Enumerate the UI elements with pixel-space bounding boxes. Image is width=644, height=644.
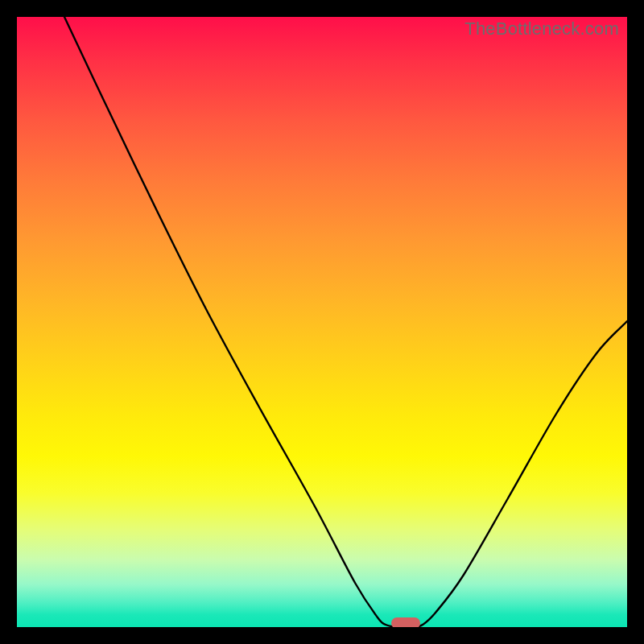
plot-area: TheBottleneck.com: [17, 17, 627, 627]
chart-frame: TheBottleneck.com: [0, 0, 644, 644]
bottleneck-curve: [17, 17, 627, 627]
optimum-marker: [391, 617, 420, 627]
